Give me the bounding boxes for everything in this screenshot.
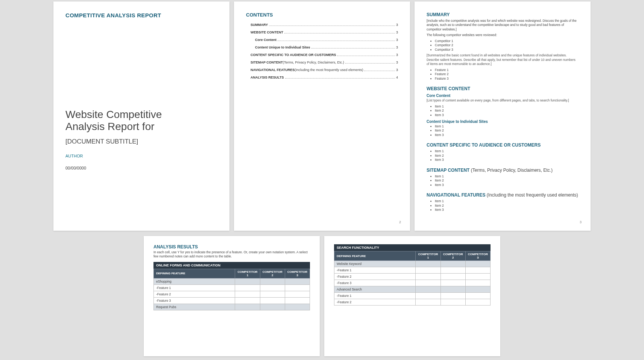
list-item: Item 3 (435, 208, 579, 212)
table-cell (285, 297, 310, 304)
sitemap-heading-text: SITEMAP CONTENT (427, 168, 469, 173)
toc-note: (Terms, Privacy Policy, Disclaimers, Etc… (283, 61, 344, 64)
table-cell (416, 274, 440, 280)
table-cell (235, 291, 260, 297)
list-item: Item 2 (435, 204, 579, 208)
toc-row: NAVIGATIONAL FEATURES (Including the mos… (246, 68, 398, 72)
table-cell (285, 278, 310, 284)
toc-row: Core Content3 (246, 38, 398, 42)
toc-page: 3 (396, 68, 398, 72)
toc-dots (364, 71, 395, 71)
toc-label: ANALYSIS RESULTS (251, 76, 284, 79)
toc-row: SITEMAP CONTENT (Terms, Privacy Policy, … (246, 61, 398, 64)
table2-hdr-c2: COMPETITOR 2 (440, 251, 465, 261)
table2-hdr-c1: COMPETITOR 1 (416, 251, 440, 261)
toc-list: SUMMARY3WEBSITE CONTENT3Core Content3Con… (246, 23, 398, 79)
cover-author: AUTHOR (65, 154, 217, 158)
summary-summarized: [Summarized the basic content found in a… (427, 53, 579, 66)
table-cell (416, 261, 440, 267)
toc-dots (269, 26, 395, 26)
nav-heading-note: (Including the most frequently used elem… (485, 192, 578, 198)
toc-page: 3 (396, 45, 398, 49)
toc-row: ANALYSIS RESULTS4 (246, 76, 398, 79)
table-cell (416, 267, 440, 274)
table-cell (235, 284, 260, 291)
page-number-3: 3 (580, 220, 582, 224)
table-cell (440, 299, 465, 306)
table-cell (440, 274, 465, 280)
toc-label: Content Unique to Individual Sites (255, 45, 310, 49)
table-cell (440, 261, 465, 267)
cover-title: Website Competitive Analysis Report for (65, 109, 217, 133)
table1-hdr-c1: COMPETITOR 1 (235, 269, 260, 278)
table-cell (260, 291, 285, 297)
pages-row-bottom: ANALYSIS RESULTS In each cell, use Y for… (2, 236, 642, 356)
table2-hdr-c3: COMPETITOR 3 (465, 251, 490, 261)
list-item: Item 1 (435, 174, 579, 178)
list-item: Item 3 (435, 183, 579, 187)
table-online-forms: DEFINING FEATURE COMPETITOR 1 COMPETITOR… (153, 269, 310, 310)
summary-intro: [Include who the competitive analysis wa… (427, 19, 579, 32)
table-row: -Feature 2 (154, 291, 310, 297)
table-cell-feature: -Feature 3 (154, 297, 235, 304)
list-item: Item 3 (435, 113, 579, 117)
table-cell (440, 286, 465, 293)
cover-title-line1: Website Competitive (65, 109, 162, 120)
table-cell-feature: -Feature 2 (154, 291, 235, 297)
toc-row: Content Unique to Individual Sites3 (246, 45, 398, 49)
table-cell-feature: Request Pubs (154, 304, 235, 310)
toc-row: CONTENT SPECIFIC TO AUDIENCE OR CUSTOMER… (246, 53, 398, 57)
table-cell (465, 267, 490, 274)
list-item: Item 1 (435, 149, 579, 153)
table-cell-feature: -Feature 2 (334, 299, 416, 306)
toc-dots (284, 33, 395, 33)
table-cell (465, 293, 490, 299)
table-cell (465, 274, 490, 280)
table-cell (285, 291, 310, 297)
table1-hdr-c3: COMPETITOR 3 (285, 269, 310, 278)
table-cell (465, 280, 490, 286)
toc-dots (285, 78, 395, 79)
toc-label: CONTENT SPECIFIC TO AUDIENCE OR CUSTOMER… (251, 53, 336, 57)
core-item-list: Item 1Item 2Item 3 (427, 104, 579, 117)
table-cell (235, 297, 260, 304)
toc-note: (Including the most frequently used elem… (295, 68, 363, 72)
nav-heading: NAVIGATIONAL FEATURES (Including the mos… (427, 192, 579, 198)
toc-page: 3 (396, 53, 398, 57)
list-item: Item 2 (435, 178, 579, 183)
table-row: Advanced Search (334, 286, 491, 293)
analysis-heading: ANALYSIS RESULTS (153, 244, 310, 250)
table-cell (416, 293, 440, 299)
table-cell-feature: -Feature 1 (334, 267, 416, 274)
list-item: Feature 2 (435, 72, 579, 76)
core-content-heading: Core Content (427, 94, 579, 98)
table-row: -Feature 2 (334, 299, 491, 306)
list-item: Item 1 (435, 104, 579, 109)
toc-dots (311, 48, 395, 48)
toc-label: SITEMAP CONTENT (251, 61, 283, 64)
list-item: Item 2 (435, 129, 579, 133)
sitemap-item-list: Item 1Item 2Item 3 (427, 174, 579, 187)
table-cell (260, 297, 285, 304)
table-row: -Feature 1 (154, 284, 310, 291)
table1-hdr-feature: DEFINING FEATURE (154, 269, 235, 278)
toc-row: SUMMARY3 (246, 23, 398, 27)
nav-heading-text: NAVIGATIONAL FEATURES (427, 192, 485, 198)
table2-title: SEARCH FUNCTIONALITY (334, 244, 491, 251)
table-cell (465, 299, 490, 306)
list-item: Item 2 (435, 154, 579, 158)
table-row: -Feature 2 (334, 274, 491, 280)
competitor-list: Competitor 1Competitor 2Competitor 3 (427, 39, 579, 52)
table-cell (260, 278, 285, 284)
sitemap-heading: SITEMAP CONTENT (Terms, Privacy Policy, … (427, 168, 579, 173)
table-cell-feature: -Feature 2 (334, 274, 416, 280)
nav-item-list: Item 1Item 2Item 3 (427, 199, 579, 212)
table1-hdr-c2: COMPETITOR 2 (260, 269, 285, 278)
toc-page: 3 (396, 38, 398, 42)
page-analysis-left: ANALYSIS RESULTS In each cell, use Y for… (144, 236, 320, 356)
table-cell-feature: Advanced Search (334, 286, 416, 293)
list-item: Item 1 (435, 199, 579, 203)
table-row: -Feature 3 (334, 280, 491, 286)
table-cell (235, 304, 260, 310)
table-cell-feature: -Feature 3 (334, 280, 416, 286)
